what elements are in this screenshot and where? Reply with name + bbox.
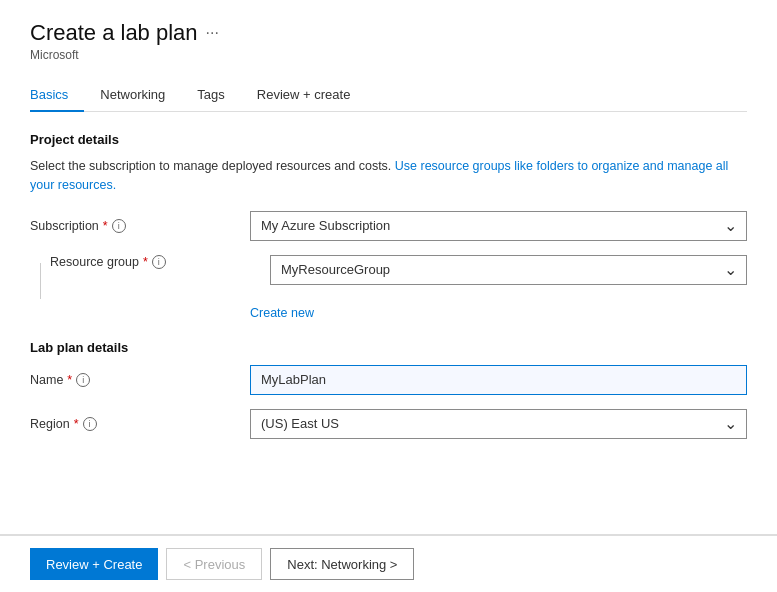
subscription-select[interactable]: My Azure Subscription bbox=[250, 211, 747, 241]
resource-group-info-icon[interactable]: i bbox=[152, 255, 166, 269]
ellipsis-menu-icon[interactable]: ··· bbox=[206, 24, 219, 42]
name-control bbox=[250, 365, 747, 395]
indent-line bbox=[30, 255, 50, 299]
name-row: Name * i bbox=[30, 365, 747, 395]
resource-group-control: MyResourceGroup bbox=[270, 255, 747, 285]
page-title: Create a lab plan bbox=[30, 20, 198, 46]
resource-group-row: Resource group * i MyResourceGroup bbox=[30, 255, 747, 299]
tab-basics[interactable]: Basics bbox=[30, 79, 84, 112]
name-label: Name * i bbox=[30, 373, 250, 387]
previous-button[interactable]: < Previous bbox=[166, 548, 262, 580]
region-label: Region * i bbox=[30, 417, 250, 431]
region-select[interactable]: (US) East US bbox=[250, 409, 747, 439]
project-description: Select the subscription to manage deploy… bbox=[30, 157, 747, 195]
subscription-info-icon[interactable]: i bbox=[112, 219, 126, 233]
project-details-title: Project details bbox=[30, 132, 747, 147]
name-info-icon[interactable]: i bbox=[76, 373, 90, 387]
next-button[interactable]: Next: Networking > bbox=[270, 548, 414, 580]
subscription-control: My Azure Subscription bbox=[250, 211, 747, 241]
review-create-button[interactable]: Review + Create bbox=[30, 548, 158, 580]
create-new-link[interactable]: Create new bbox=[250, 306, 314, 320]
tab-tags[interactable]: Tags bbox=[197, 79, 240, 112]
tab-bar: Basics Networking Tags Review + create bbox=[30, 78, 747, 112]
resource-group-select[interactable]: MyResourceGroup bbox=[270, 255, 747, 285]
region-info-icon[interactable]: i bbox=[83, 417, 97, 431]
subscription-row: Subscription * i My Azure Subscription bbox=[30, 211, 747, 241]
region-control: (US) East US bbox=[250, 409, 747, 439]
tab-review-create[interactable]: Review + create bbox=[257, 79, 367, 112]
name-input[interactable] bbox=[250, 365, 747, 395]
lab-plan-details-title: Lab plan details bbox=[30, 340, 747, 355]
page-subtitle: Microsoft bbox=[30, 48, 747, 62]
resource-group-label: Resource group * i bbox=[50, 255, 270, 269]
tab-networking[interactable]: Networking bbox=[100, 79, 181, 112]
subscription-label: Subscription * i bbox=[30, 219, 250, 233]
footer: Review + Create < Previous Next: Network… bbox=[0, 535, 777, 592]
region-row: Region * i (US) East US bbox=[30, 409, 747, 439]
